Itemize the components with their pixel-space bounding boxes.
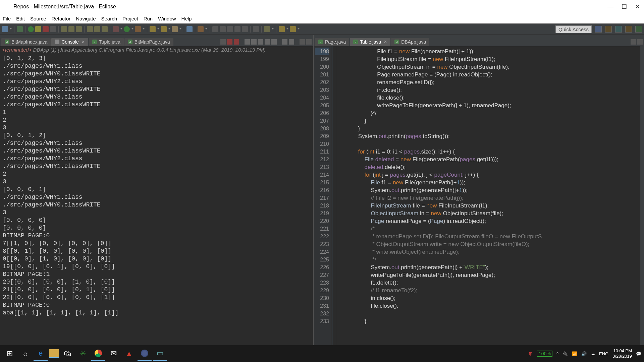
- stepover-icon[interactable]: [68, 26, 74, 32]
- pin-console-icon[interactable]: [265, 39, 270, 45]
- security-icon[interactable]: ⛨: [529, 351, 533, 356]
- perspective-open-icon[interactable]: [595, 26, 602, 33]
- code-area[interactable]: File f1 = new File(generatePath(j + 1));…: [337, 46, 640, 345]
- stepinto-icon[interactable]: [61, 26, 67, 32]
- chrome-icon[interactable]: [91, 347, 105, 361]
- start-button[interactable]: ⊞: [3, 347, 17, 361]
- pause-icon[interactable]: [35, 26, 41, 32]
- volume-icon[interactable]: 🔊: [581, 351, 587, 356]
- right-tabbar: JPage.javaJTable.java✕JDBApp.java: [314, 35, 644, 46]
- new-icon[interactable]: [2, 26, 8, 32]
- onedrive-icon[interactable]: ☁: [591, 351, 595, 356]
- tb-icon[interactable]: [212, 26, 218, 32]
- menu-file[interactable]: File: [3, 16, 11, 21]
- wifi-icon[interactable]: 📶: [572, 351, 577, 356]
- opentype-icon[interactable]: [186, 26, 193, 32]
- tab-bitmapindex-java[interactable]: JBitMapIndex.java: [1, 38, 51, 46]
- stepreturn-icon[interactable]: [76, 26, 82, 32]
- search-button[interactable]: ⌕: [18, 347, 32, 361]
- remove-launch-icon[interactable]: [227, 39, 232, 45]
- back-icon[interactable]: [279, 26, 285, 32]
- menu-search[interactable]: Search: [101, 16, 117, 21]
- minimize-editor-icon[interactable]: [631, 39, 636, 45]
- file-explorer-icon[interactable]: [49, 349, 59, 358]
- console-output[interactable]: [0, 1, 2, 3] ./src/pages/WHY1.class ./sr…: [0, 53, 313, 345]
- tray-up-icon[interactable]: ^: [556, 351, 558, 356]
- minimize-button[interactable]: —: [607, 3, 613, 10]
- coverage-icon[interactable]: [135, 26, 141, 32]
- menu-help[interactable]: Help: [181, 16, 192, 21]
- tb-icon[interactable]: [172, 26, 178, 32]
- tab-console[interactable]: Console✕: [51, 38, 88, 46]
- maximize-editor-icon[interactable]: [637, 39, 643, 45]
- debug-icon[interactable]: [113, 26, 119, 32]
- notepad-icon[interactable]: ▭: [153, 347, 167, 361]
- close-tab-icon[interactable]: ✕: [82, 40, 85, 44]
- clock[interactable]: 10:04 PM 3/28/2019: [612, 348, 632, 359]
- perspective-icon[interactable]: [625, 26, 632, 33]
- minimize-view-icon[interactable]: [300, 39, 305, 45]
- notifications-icon[interactable]: 💬: [636, 351, 641, 356]
- search-icon[interactable]: [198, 26, 204, 32]
- menu-window[interactable]: Window: [158, 16, 176, 21]
- forward-icon[interactable]: [290, 26, 296, 32]
- power-icon[interactable]: 🔌: [562, 351, 568, 356]
- fold-column[interactable]: [332, 46, 337, 345]
- menu-source[interactable]: Source: [30, 16, 46, 21]
- terminate-relaunch-icon[interactable]: [220, 39, 226, 45]
- scroll-lock-icon[interactable]: [251, 39, 257, 45]
- menu-edit[interactable]: Edit: [16, 16, 25, 21]
- tb-icon[interactable]: [220, 26, 226, 32]
- battery-indicator[interactable]: 100%: [537, 351, 552, 357]
- run-icon[interactable]: [124, 26, 130, 32]
- word-wrap-icon[interactable]: [258, 39, 263, 45]
- newclass-icon[interactable]: [161, 26, 167, 32]
- perspective-java-icon[interactable]: [605, 26, 612, 33]
- tb-icon[interactable]: [87, 26, 93, 32]
- console-icon: [55, 40, 59, 44]
- close-button[interactable]: ✕: [635, 3, 640, 10]
- language-indicator[interactable]: ENG: [599, 351, 608, 356]
- run-icon[interactable]: [28, 26, 34, 32]
- menubar: FileEditSourceRefactorNavigateSearchProj…: [0, 13, 644, 23]
- maximize-view-icon[interactable]: [306, 39, 312, 45]
- clear-console-icon[interactable]: [245, 39, 250, 45]
- maximize-button[interactable]: ☐: [622, 3, 627, 10]
- tab-tuple-java[interactable]: JTuple.java: [89, 38, 124, 46]
- tb-icon[interactable]: [253, 26, 259, 32]
- perspective-debug-icon[interactable]: [615, 26, 622, 33]
- remove-all-icon[interactable]: [234, 39, 239, 45]
- menu-project[interactable]: Project: [122, 16, 138, 21]
- quick-access[interactable]: Quick Access: [555, 25, 592, 33]
- tab-dbapp-java[interactable]: JDBApp.java: [391, 38, 429, 46]
- new-console-icon[interactable]: [289, 39, 294, 45]
- tb-icon[interactable]: [94, 26, 100, 32]
- tb-icon[interactable]: [242, 26, 248, 32]
- tab-table-java[interactable]: JTable.java✕: [350, 38, 390, 46]
- code-editor[interactable]: 1981992002012022032042052062072082092102…: [314, 46, 644, 345]
- app-icon[interactable]: ✳: [76, 347, 90, 361]
- open-console-icon[interactable]: [282, 39, 287, 45]
- edge-icon[interactable]: e: [34, 347, 48, 361]
- save-icon[interactable]: [17, 26, 23, 32]
- newpkg-icon[interactable]: [150, 26, 156, 32]
- disconnect-icon[interactable]: [50, 26, 56, 32]
- tb-icon[interactable]: [102, 26, 108, 32]
- overview-ruler[interactable]: [640, 46, 644, 345]
- menu-refactor[interactable]: Refactor: [52, 16, 71, 21]
- acrobat-icon[interactable]: ▲: [122, 347, 136, 361]
- perspective-icon[interactable]: [635, 26, 642, 33]
- tab-page-java[interactable]: JPage.java: [315, 38, 349, 46]
- display-console-icon[interactable]: [271, 39, 277, 45]
- menu-run[interactable]: Run: [144, 16, 153, 21]
- store-icon[interactable]: 🛍: [60, 347, 74, 361]
- pin-icon[interactable]: [264, 26, 270, 32]
- stop-icon[interactable]: [43, 26, 49, 32]
- tb-icon[interactable]: [234, 26, 240, 32]
- close-tab-icon[interactable]: ✕: [384, 40, 387, 44]
- eclipse-taskbar-icon[interactable]: [138, 347, 152, 361]
- tb-icon[interactable]: [227, 26, 233, 32]
- menu-navigate[interactable]: Navigate: [76, 16, 96, 21]
- tab-bitmappage-java[interactable]: JBitMapPage.java: [124, 38, 173, 46]
- mail-icon[interactable]: ✉: [107, 347, 121, 361]
